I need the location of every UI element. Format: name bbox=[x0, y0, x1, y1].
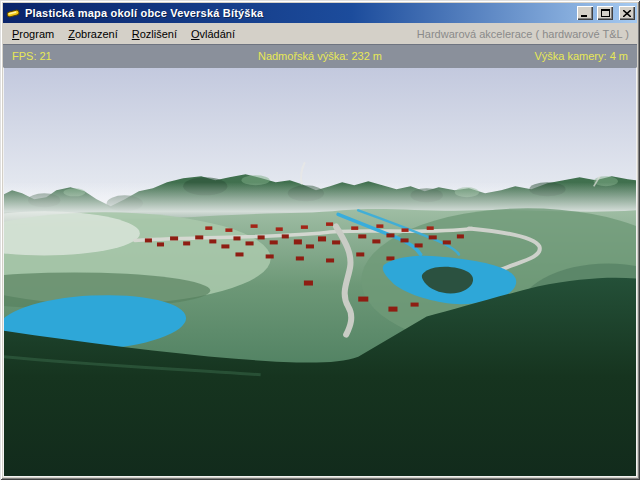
fps-indicator: FPS: 21 bbox=[12, 50, 217, 62]
altitude-indicator: Nadmořská výška: 232 m bbox=[217, 50, 422, 62]
menu-bar: Program Zobrazení Rozlišení Ovládání Har… bbox=[3, 23, 637, 44]
title-bar[interactable]: Plastická mapa okolí obce Veverská Bítýš… bbox=[3, 3, 637, 23]
menu-ovladani[interactable]: Ovládání bbox=[184, 26, 242, 42]
menu-rozliseni[interactable]: Rozlišení bbox=[125, 26, 184, 42]
maximize-icon[interactable] bbox=[597, 6, 613, 20]
terrain-3d-view[interactable] bbox=[3, 67, 637, 477]
close-icon[interactable] bbox=[619, 6, 635, 20]
minimize-icon[interactable] bbox=[577, 6, 593, 20]
menu-program[interactable]: Program bbox=[5, 26, 61, 42]
menu-zobrazeni[interactable]: Zobrazení bbox=[61, 26, 125, 42]
terrain-scene bbox=[4, 68, 636, 476]
hardware-acceleration-status: Hardwarová akcelerace ( hardwarové T&L ) bbox=[242, 28, 635, 40]
relief-map-icon bbox=[5, 6, 21, 20]
status-bar: FPS: 21 Nadmořská výška: 232 m Výška kam… bbox=[3, 44, 637, 67]
camera-height-indicator: Výška kamery: 4 m bbox=[423, 50, 628, 62]
app-window: Plastická mapa okolí obce Veverská Bítýš… bbox=[0, 0, 640, 480]
window-title: Plastická mapa okolí obce Veverská Bítýš… bbox=[24, 7, 573, 19]
